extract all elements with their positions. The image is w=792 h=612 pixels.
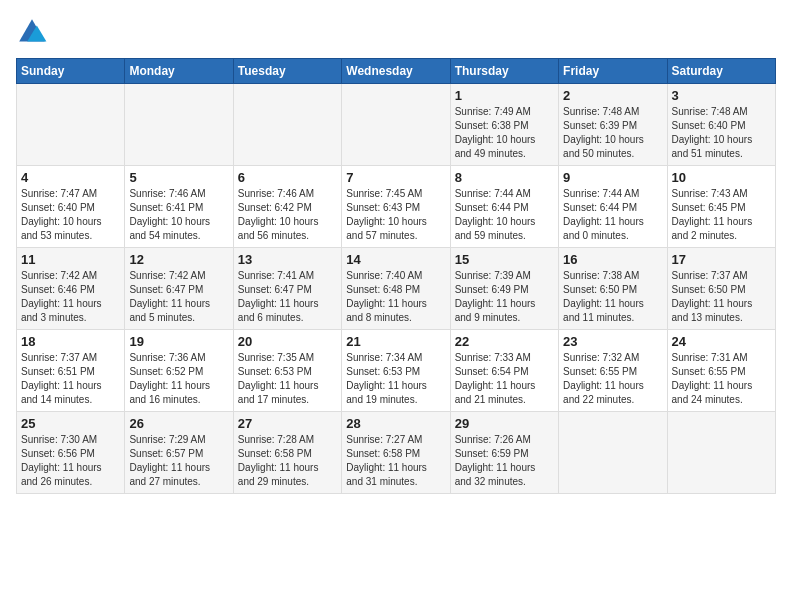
calendar-cell: 15Sunrise: 7:39 AMSunset: 6:49 PMDayligh…	[450, 248, 558, 330]
cell-content: Sunset: 6:53 PM	[238, 365, 337, 379]
calendar-cell: 16Sunrise: 7:38 AMSunset: 6:50 PMDayligh…	[559, 248, 667, 330]
cell-content: and 11 minutes.	[563, 311, 662, 325]
cell-content: Daylight: 11 hours	[129, 297, 228, 311]
cell-content: and 24 minutes.	[672, 393, 771, 407]
calendar-body: 1Sunrise: 7:49 AMSunset: 6:38 PMDaylight…	[17, 84, 776, 494]
cell-content: Sunrise: 7:32 AM	[563, 351, 662, 365]
cell-content: Sunset: 6:41 PM	[129, 201, 228, 215]
cell-content: Sunrise: 7:35 AM	[238, 351, 337, 365]
cell-content: and 19 minutes.	[346, 393, 445, 407]
calendar-cell: 10Sunrise: 7:43 AMSunset: 6:45 PMDayligh…	[667, 166, 775, 248]
cell-content: Daylight: 11 hours	[672, 215, 771, 229]
calendar-cell	[233, 84, 341, 166]
day-number: 11	[21, 252, 120, 267]
cell-content: and 5 minutes.	[129, 311, 228, 325]
day-number: 15	[455, 252, 554, 267]
cell-content: Sunset: 6:42 PM	[238, 201, 337, 215]
calendar-cell: 2Sunrise: 7:48 AMSunset: 6:39 PMDaylight…	[559, 84, 667, 166]
cell-content: Sunset: 6:50 PM	[672, 283, 771, 297]
logo	[16, 16, 52, 48]
cell-content: and 53 minutes.	[21, 229, 120, 243]
cell-content: Sunset: 6:55 PM	[672, 365, 771, 379]
cell-content: Daylight: 11 hours	[21, 461, 120, 475]
cell-content: Sunrise: 7:27 AM	[346, 433, 445, 447]
cell-content: Daylight: 10 hours	[455, 215, 554, 229]
cell-content: Sunrise: 7:42 AM	[129, 269, 228, 283]
cell-content: Daylight: 11 hours	[238, 297, 337, 311]
day-number: 26	[129, 416, 228, 431]
day-number: 3	[672, 88, 771, 103]
header	[16, 16, 776, 48]
cell-content: Sunrise: 7:26 AM	[455, 433, 554, 447]
cell-content: Sunset: 6:44 PM	[563, 201, 662, 215]
cell-content: Daylight: 11 hours	[129, 379, 228, 393]
cell-content: Sunrise: 7:28 AM	[238, 433, 337, 447]
cell-content: Sunrise: 7:34 AM	[346, 351, 445, 365]
calendar-header: SundayMondayTuesdayWednesdayThursdayFrid…	[17, 59, 776, 84]
column-header-tuesday: Tuesday	[233, 59, 341, 84]
cell-content: Sunrise: 7:44 AM	[563, 187, 662, 201]
cell-content: Sunrise: 7:48 AM	[563, 105, 662, 119]
cell-content: Sunset: 6:50 PM	[563, 283, 662, 297]
cell-content: Daylight: 11 hours	[563, 379, 662, 393]
cell-content: Sunrise: 7:42 AM	[21, 269, 120, 283]
cell-content: Sunset: 6:59 PM	[455, 447, 554, 461]
cell-content: Sunrise: 7:45 AM	[346, 187, 445, 201]
calendar-cell: 26Sunrise: 7:29 AMSunset: 6:57 PMDayligh…	[125, 412, 233, 494]
calendar-cell: 9Sunrise: 7:44 AMSunset: 6:44 PMDaylight…	[559, 166, 667, 248]
cell-content: and 3 minutes.	[21, 311, 120, 325]
cell-content: Daylight: 10 hours	[238, 215, 337, 229]
cell-content: and 49 minutes.	[455, 147, 554, 161]
calendar-cell: 23Sunrise: 7:32 AMSunset: 6:55 PMDayligh…	[559, 330, 667, 412]
calendar-cell: 19Sunrise: 7:36 AMSunset: 6:52 PMDayligh…	[125, 330, 233, 412]
cell-content: Daylight: 10 hours	[21, 215, 120, 229]
cell-content: Daylight: 10 hours	[129, 215, 228, 229]
day-number: 14	[346, 252, 445, 267]
day-number: 1	[455, 88, 554, 103]
calendar-cell: 17Sunrise: 7:37 AMSunset: 6:50 PMDayligh…	[667, 248, 775, 330]
cell-content: Daylight: 11 hours	[129, 461, 228, 475]
calendar-cell: 21Sunrise: 7:34 AMSunset: 6:53 PMDayligh…	[342, 330, 450, 412]
cell-content: Sunset: 6:47 PM	[129, 283, 228, 297]
cell-content: and 16 minutes.	[129, 393, 228, 407]
cell-content: Daylight: 10 hours	[346, 215, 445, 229]
column-header-monday: Monday	[125, 59, 233, 84]
cell-content: Daylight: 11 hours	[455, 297, 554, 311]
day-number: 9	[563, 170, 662, 185]
calendar-cell	[667, 412, 775, 494]
cell-content: Daylight: 10 hours	[672, 133, 771, 147]
column-header-thursday: Thursday	[450, 59, 558, 84]
day-number: 22	[455, 334, 554, 349]
day-number: 12	[129, 252, 228, 267]
cell-content: Sunset: 6:46 PM	[21, 283, 120, 297]
cell-content: Sunrise: 7:44 AM	[455, 187, 554, 201]
day-number: 28	[346, 416, 445, 431]
column-header-friday: Friday	[559, 59, 667, 84]
cell-content: Sunrise: 7:46 AM	[238, 187, 337, 201]
cell-content: Sunset: 6:55 PM	[563, 365, 662, 379]
day-number: 2	[563, 88, 662, 103]
day-number: 4	[21, 170, 120, 185]
cell-content: and 59 minutes.	[455, 229, 554, 243]
cell-content: Sunrise: 7:33 AM	[455, 351, 554, 365]
day-number: 25	[21, 416, 120, 431]
day-number: 27	[238, 416, 337, 431]
day-number: 16	[563, 252, 662, 267]
week-row-2: 4Sunrise: 7:47 AMSunset: 6:40 PMDaylight…	[17, 166, 776, 248]
cell-content: Sunrise: 7:29 AM	[129, 433, 228, 447]
day-number: 10	[672, 170, 771, 185]
cell-content: Sunset: 6:38 PM	[455, 119, 554, 133]
cell-content: Daylight: 11 hours	[563, 297, 662, 311]
cell-content: and 9 minutes.	[455, 311, 554, 325]
calendar-cell: 6Sunrise: 7:46 AMSunset: 6:42 PMDaylight…	[233, 166, 341, 248]
cell-content: and 50 minutes.	[563, 147, 662, 161]
calendar-cell: 22Sunrise: 7:33 AMSunset: 6:54 PMDayligh…	[450, 330, 558, 412]
day-number: 18	[21, 334, 120, 349]
calendar-cell: 8Sunrise: 7:44 AMSunset: 6:44 PMDaylight…	[450, 166, 558, 248]
cell-content: Daylight: 11 hours	[455, 461, 554, 475]
week-row-1: 1Sunrise: 7:49 AMSunset: 6:38 PMDaylight…	[17, 84, 776, 166]
cell-content: Sunset: 6:48 PM	[346, 283, 445, 297]
cell-content: Sunset: 6:44 PM	[455, 201, 554, 215]
cell-content: Sunset: 6:51 PM	[21, 365, 120, 379]
calendar-cell: 24Sunrise: 7:31 AMSunset: 6:55 PMDayligh…	[667, 330, 775, 412]
